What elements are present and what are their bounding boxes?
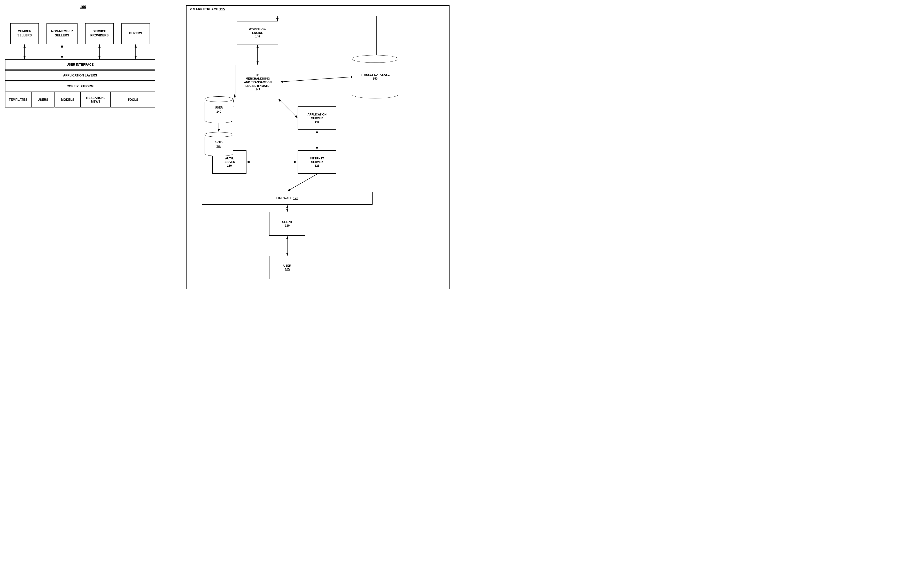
internet-server-label: INTERNETSERVER125 — [310, 157, 324, 168]
app-layer-label: APPLICATION LAYERS — [63, 74, 97, 77]
core-layer-label: CORE PLATFORM — [67, 84, 94, 88]
templates-box: TEMPLATES — [5, 92, 31, 107]
ip-mate-label: IPMERCHANDISINGAND TRANSACTIONENGINE (IP… — [244, 73, 272, 91]
member-sellers-box: MEMBERSELLERS — [10, 23, 39, 44]
member-sellers-label: MEMBERSELLERS — [17, 29, 32, 37]
buyers-box: BUYERS — [121, 23, 150, 44]
user-140-label: USER140 — [215, 106, 223, 114]
users-box: USERS — [31, 92, 55, 107]
users-label: USERS — [37, 98, 48, 102]
internet-server-box: INTERNETSERVER125 — [297, 150, 336, 174]
models-label: MODELS — [61, 98, 74, 102]
ui-layer-label: USER INTERFACE — [67, 63, 94, 66]
models-box: MODELS — [55, 92, 81, 107]
left-diagram: MEMBERSELLERS NON-MEMBERSELLERS SERVICEP… — [5, 10, 173, 176]
core-layer-box: CORE PLATFORM — [5, 81, 155, 92]
tools-label: TOOLS — [128, 98, 138, 102]
templates-label: TEMPLATES — [9, 98, 27, 102]
figure-number: 100 — [80, 5, 86, 9]
firewall-label: FIREWALL 120 — [276, 196, 298, 200]
right-diagram: IP MARKETPLACE 115 — [186, 5, 449, 289]
svg-line-10 — [280, 77, 354, 82]
research-news-box: RESEARCH /NEWS — [81, 92, 111, 107]
tools-box: TOOLS — [111, 92, 155, 107]
auth-135-cylinder: AUTH.135 — [205, 132, 233, 156]
ip-mate-box: IPMERCHANDISINGAND TRANSACTIONENGINE (IP… — [236, 65, 280, 99]
non-member-sellers-label: NON-MEMBERSELLERS — [51, 29, 73, 37]
service-providers-box: SERVICEPROVIDERS — [85, 23, 114, 44]
workflow-engine-box: WORKFLOWENGINE148 — [237, 21, 278, 44]
app-layer-box: APPLICATION LAYERS — [5, 70, 155, 81]
workflow-engine-label: WORKFLOWENGINE148 — [249, 27, 266, 39]
user-bottom-label: USER105 — [283, 264, 291, 271]
client-box: CLIENT110 — [269, 212, 305, 236]
app-server-box: APPLICATIONSERVER145 — [297, 107, 336, 130]
ip-asset-db-cylinder: IP ASSET DATABASE150 — [352, 55, 398, 99]
svg-line-16 — [287, 174, 317, 191]
marketplace-label: IP MARKETPLACE 115 — [189, 7, 225, 11]
user-140-cylinder: USER140 — [205, 96, 233, 123]
firewall-box: FIREWALL 120 — [202, 192, 373, 205]
auth-server-label: AUTH.SERVER130 — [223, 157, 235, 168]
ip-asset-db-label: IP ASSET DATABASE150 — [360, 73, 389, 81]
user-bottom-box: USER105 — [269, 256, 305, 279]
diagram-container: 100 MEMBERSELLERS — [0, 0, 457, 294]
ui-layer-box: USER INTERFACE — [5, 60, 155, 70]
research-news-label: RESEARCH /NEWS — [86, 96, 105, 103]
service-providers-label: SERVICEPROVIDERS — [90, 29, 109, 37]
non-member-sellers-box: NON-MEMBERSELLERS — [47, 23, 78, 44]
svg-line-11 — [278, 99, 297, 118]
auth-135-label: AUTH.135 — [215, 140, 223, 148]
app-server-label: APPLICATIONSERVER145 — [307, 113, 326, 124]
buyers-label: BUYERS — [129, 32, 142, 36]
client-label: CLIENT110 — [282, 220, 292, 228]
